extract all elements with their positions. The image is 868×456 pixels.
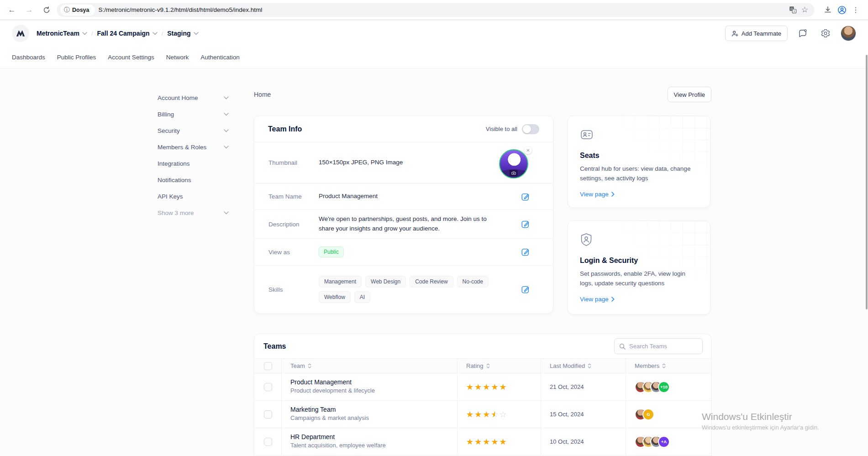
edit-icon [521, 247, 530, 257]
page-title: Home [254, 91, 271, 98]
login-security-card: Login & Security Set passwords, enable 2… [568, 220, 710, 314]
skill-chip[interactable]: Web Design [365, 276, 406, 288]
nav-dashboards[interactable]: Dashboards [12, 52, 45, 63]
team-name-link[interactable]: Marketing Team [290, 406, 448, 413]
column-header-rating[interactable]: Rating [457, 358, 541, 373]
reload-icon [43, 6, 50, 14]
team-name-link[interactable]: Product Management [290, 378, 448, 386]
visible-to-all-toggle[interactable] [522, 124, 539, 134]
edit-view-as-button[interactable] [521, 247, 530, 257]
messages-button[interactable] [795, 26, 810, 41]
breadcrumb-team[interactable]: MetronicTeam [37, 30, 87, 37]
nav-public-profiles[interactable]: Public Profiles [57, 52, 96, 63]
sidebar-item-security[interactable]: Security [158, 122, 235, 139]
visible-to-all-label: Visible to all [486, 126, 517, 132]
team-name-label: Team Name [268, 193, 319, 200]
chevron-right-icon [611, 192, 615, 197]
browser-reload-button[interactable] [39, 3, 54, 17]
browser-forward-button[interactable]: → [22, 3, 37, 17]
select-all-cell [254, 358, 281, 373]
select-all-checkbox[interactable] [264, 362, 272, 370]
star-icon: ★ [491, 438, 498, 446]
edit-description-button[interactable] [521, 220, 530, 229]
teams-search[interactable] [614, 338, 703, 354]
member-avatars[interactable]: +A [635, 436, 670, 448]
translate-icon[interactable]: G文 [789, 6, 797, 14]
skill-chip[interactable]: No-code [457, 276, 489, 288]
row-checkbox[interactable] [264, 410, 272, 419]
star-icon: ★ [491, 383, 498, 391]
teams-search-input[interactable] [629, 343, 693, 350]
sidebar-item-notifications[interactable]: Notifications [158, 172, 235, 188]
member-avatars[interactable]: G [635, 409, 654, 420]
login-security-view-page-link[interactable]: View page [580, 296, 698, 303]
browser-back-button[interactable]: ← [5, 3, 19, 17]
page-scrollbar[interactable] [866, 55, 868, 309]
id-card-icon [580, 128, 698, 143]
description-row: Description We're open to partnerships, … [254, 210, 553, 239]
app-logo[interactable] [12, 25, 29, 42]
star-icon: ★ [483, 438, 490, 446]
seats-card: Seats Central hub for users: view data, … [568, 115, 710, 208]
row-checkbox[interactable] [264, 438, 272, 446]
chevron-down-icon [224, 96, 229, 100]
settings-button[interactable] [818, 26, 833, 41]
skill-chip[interactable]: Code Review [410, 276, 453, 288]
nav-network[interactable]: Network [166, 52, 189, 63]
skill-chip[interactable]: AI [354, 291, 370, 303]
login-security-description: Set passwords, enable 2FA, view login lo… [580, 269, 698, 288]
bookmark-star-icon[interactable]: ☆ [801, 5, 808, 15]
seats-view-page-link[interactable]: View page [580, 191, 698, 198]
team-thumbnail-image[interactable] [499, 149, 528, 178]
address-bar[interactable]: ⓘ Dosya S:/metronic/metronic-v9.1.2/html… [57, 3, 815, 17]
edit-skills-button[interactable] [521, 285, 530, 294]
column-header-last-modified[interactable]: Last Modified [541, 358, 626, 373]
edit-team-name-button[interactable] [521, 192, 530, 201]
sidebar-show-more[interactable]: Show 3 more [158, 204, 235, 221]
team-description: Product development & lifecycle [290, 387, 448, 394]
remove-thumbnail-button[interactable]: ✕ [524, 147, 532, 154]
browser-toolbar: ← → ⓘ Dosya S:/metronic/metronic-v9.1.2/… [0, 0, 868, 20]
member-avatars[interactable]: +10 [635, 381, 670, 393]
skill-chip[interactable]: Webflow [319, 291, 351, 303]
breadcrumb-environment[interactable]: Staging [167, 30, 198, 37]
members-count-badge[interactable]: +A [658, 436, 670, 448]
site-info-chip[interactable]: ⓘ Dosya [60, 5, 95, 16]
user-plus-icon [731, 30, 738, 37]
sort-icon [588, 363, 591, 368]
column-header-members[interactable]: Members [626, 358, 711, 373]
star-icon: ★ [483, 383, 490, 391]
star-icon: ★ [474, 383, 482, 391]
star-icon: ★ [500, 438, 507, 446]
browser-profile-icon[interactable] [837, 5, 847, 15]
team-name-value: Product Management [319, 192, 501, 201]
nav-account-settings[interactable]: Account Settings [108, 52, 154, 63]
row-checkbox[interactable] [264, 383, 272, 391]
view-as-row: View as Public [254, 239, 553, 266]
url-text[interactable]: S:/metronic/metronic-v9.1.2/html/dist/ht… [99, 6, 785, 13]
breadcrumb-campaign[interactable]: Fall 24 Campaign [97, 30, 158, 37]
nav-authentication[interactable]: Authentication [200, 52, 240, 63]
skill-chip[interactable]: Management [319, 276, 362, 288]
sidebar-item-account-home[interactable]: Account Home [158, 89, 235, 106]
column-header-team[interactable]: Team [281, 358, 457, 373]
breadcrumb-separator: / [162, 30, 163, 37]
sidebar-item-integrations[interactable]: Integrations [158, 155, 235, 172]
view-profile-button[interactable]: View Profile [668, 87, 711, 102]
edit-icon [521, 192, 530, 201]
chevron-down-icon [224, 211, 229, 215]
browser-menu-icon[interactable]: ⋮ [852, 5, 859, 14]
team-name-link[interactable]: HR Department [290, 433, 448, 440]
sort-icon [662, 363, 666, 368]
sidebar-item-api-keys[interactable]: API Keys [158, 188, 235, 204]
add-teammate-button[interactable]: Add Teammate [725, 26, 788, 41]
sidebar-item-members-roles[interactable]: Members & Roles [158, 139, 235, 155]
sidebar-item-billing[interactable]: Billing [158, 106, 235, 122]
chevron-down-icon [224, 113, 229, 116]
user-avatar[interactable] [841, 26, 856, 41]
teams-title: Teams [263, 342, 286, 351]
members-count-badge[interactable]: +10 [658, 381, 670, 393]
app-header: MetronicTeam / Fall 24 Campaign / Stagin… [0, 20, 868, 47]
members-count-badge[interactable]: G [642, 409, 654, 420]
downloads-icon[interactable] [824, 6, 832, 14]
